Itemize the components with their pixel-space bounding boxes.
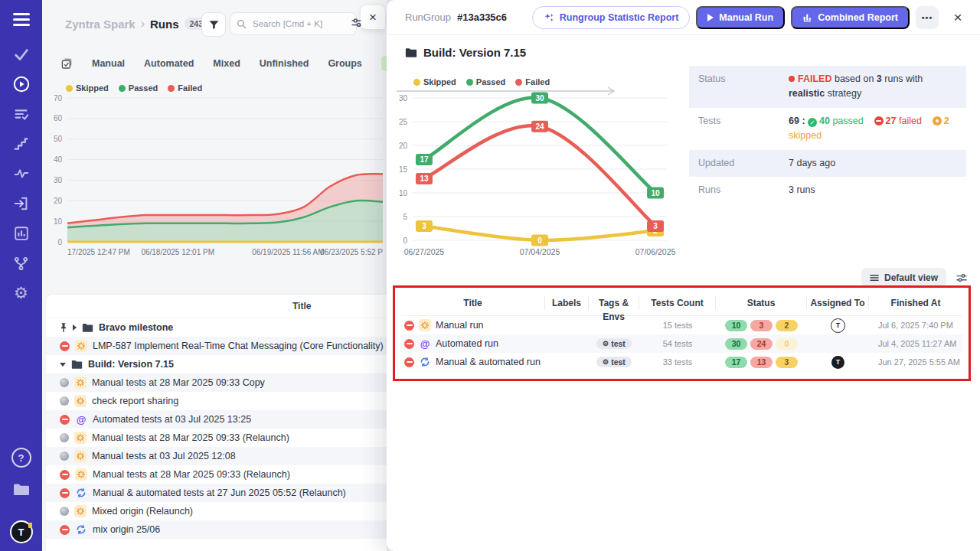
table-settings-sliders-icon[interactable] (956, 272, 968, 284)
rungroup-statistic-report-button[interactable]: Rungroup Statistic Report (532, 6, 691, 29)
milestones-stairs-icon[interactable] (11, 134, 31, 154)
default-view-button[interactable]: Default view (861, 268, 946, 287)
breadcrumb: Zyntra Spark › Runs 243 (65, 17, 208, 31)
runs-table-header: TitleLabelsTags & EnvsTests CountStatusA… (401, 291, 962, 316)
tab-mixed[interactable]: Mixed (213, 58, 240, 69)
table-row[interactable]: Manual & automated run⚙test33 tests17133… (401, 353, 962, 371)
rungroup-panel: RunGroup #13a335c6 Rungroup Statistic Re… (387, 0, 980, 551)
tab-manual[interactable]: Manual (92, 58, 125, 69)
failed-badge: 13 (750, 357, 773, 368)
run-type-manual-icon (74, 395, 87, 407)
run-list-item[interactable]: Manual & automated tests at 27 Jun 2025 … (46, 484, 387, 502)
column-header-status[interactable]: Status (716, 296, 807, 310)
analytics-bar-chart-icon[interactable] (11, 223, 31, 243)
run-title: LMP-587 Implement Real-Time Chat Messagi… (93, 341, 384, 351)
more-actions-button[interactable]: ••• (916, 6, 939, 29)
run-list-item[interactable]: Manual tests at 28 Mar 2025 09:33 (Relau… (46, 465, 387, 484)
search-input[interactable] (251, 18, 338, 29)
run-list-item[interactable]: Manual tests at 28 Mar 2025 09:33 (Relau… (46, 429, 387, 447)
rungroup-title: Build: Version 7.15 (405, 46, 526, 59)
svg-text:07/04/2025: 07/04/2025 (520, 247, 560, 256)
run-title: Bravo milestone (99, 322, 173, 333)
settings-gear-icon[interactable]: ⚙ (11, 283, 31, 303)
folder-list-item[interactable]: Build: Version 7.15 (46, 355, 387, 373)
hamburger-menu-icon[interactable] (13, 13, 30, 26)
run-list-item[interactable]: Manual tests at 03 Jul 2025 12:08 (46, 447, 387, 465)
manual-run-button[interactable]: Manual Run (696, 6, 785, 29)
run-pending-icon (60, 378, 69, 387)
column-header-title[interactable]: Title (401, 296, 545, 310)
column-header-assigned-to[interactable]: Assigned To (807, 296, 869, 310)
panel-close-button[interactable]: × (361, 5, 385, 29)
breadcrumb-project[interactable]: Zyntra Spark (65, 18, 136, 31)
assignee-avatar[interactable]: T (831, 318, 845, 333)
user-avatar[interactable]: T (10, 520, 33, 543)
tab-groups[interactable]: Groups (328, 58, 361, 69)
run-pending-icon (60, 507, 69, 516)
cell-assigned: T (807, 318, 869, 333)
cell-title: Manual & automated run (401, 356, 545, 368)
runs-table: TitleLabelsTags & EnvsTests CountStatusA… (401, 291, 962, 371)
rungroup-trend-line-chart: 0510152025303021324317301006/27/202507/0… (393, 89, 678, 260)
info-row-updated: Updated 7 days ago (689, 150, 966, 177)
combined-report-button[interactable]: Combined Report (791, 6, 910, 29)
table-row[interactable]: Manual run15 tests1032TJul 6, 2025 7:40 … (401, 316, 962, 334)
runs-panel: Zyntra Spark › Runs 243 × ManualAutomate… (42, 0, 387, 551)
column-header-finished-at[interactable]: Finished At (869, 296, 962, 310)
filter-button[interactable] (201, 12, 226, 37)
table-row[interactable]: @Automated run⚙test54 tests30240Jul 4, 2… (401, 334, 962, 353)
run-list-item[interactable]: mix origin 25/06 (46, 520, 387, 539)
folder-icon (71, 360, 83, 369)
gear-icon: ⚙ (603, 358, 609, 366)
cell-tags: ⚙test (589, 338, 639, 349)
import-icon[interactable] (11, 194, 31, 214)
pulse-activity-icon[interactable] (11, 164, 31, 184)
projects-folder-icon[interactable] (11, 480, 31, 500)
help-icon[interactable]: ? (11, 448, 31, 468)
breadcrumb-current[interactable]: Runs (150, 18, 179, 31)
test-plans-list-check-icon[interactable] (11, 104, 31, 124)
app-root: ⚙ ? T Zyntra Spark › Runs 243 × (0, 0, 980, 551)
column-header-labels[interactable]: Labels (545, 296, 589, 310)
tag-chip[interactable]: ⚙test (596, 338, 632, 349)
run-list-item[interactable]: Mixed origin (Relaunch) (46, 502, 387, 520)
svg-text:0: 0 (403, 236, 407, 245)
tab-automated[interactable]: Automated (144, 58, 194, 69)
check-icon[interactable] (11, 44, 31, 64)
branches-icon[interactable] (11, 253, 31, 273)
run-list-item[interactable]: @Automated tests at 03 Jul 2025 13:25 (46, 410, 387, 429)
svg-text:3: 3 (422, 222, 426, 230)
svg-text:15: 15 (399, 165, 408, 174)
run-list-item[interactable]: Manual tests at 28 Mar 2025 09:33 Copy (46, 373, 387, 392)
skipped-circle-icon (933, 116, 942, 126)
tag-chip[interactable]: ⚙test (596, 357, 632, 367)
tag-chip-test-work[interactable]: test work (381, 56, 387, 71)
assignee-avatar[interactable]: T (831, 356, 844, 369)
legend-label: Failed (178, 83, 202, 93)
svg-text:25: 25 (399, 118, 408, 126)
legend-dot (168, 85, 175, 92)
run-type-manual-icon (419, 319, 431, 331)
legend-dot (66, 85, 73, 92)
chevron-down-icon[interactable] (60, 363, 66, 367)
run-title: Build: Version 7.15 (88, 359, 174, 370)
column-header-tags-envs[interactable]: Tags & Envs (589, 296, 639, 310)
legend-label: Passed (129, 83, 158, 93)
table-toolbar: Default view (387, 268, 968, 287)
tab-unfinished[interactable]: Unfinished (260, 58, 309, 69)
run-list-item[interactable]: check report sharing (46, 392, 387, 410)
select-all-icon[interactable] (60, 57, 73, 70)
svg-text:0: 0 (57, 238, 62, 246)
svg-text:60: 60 (54, 114, 63, 122)
rungroup-label: RunGroup (405, 11, 451, 23)
legend-item-skipped: Skipped (66, 83, 109, 93)
close-panel-button[interactable]: × (948, 8, 968, 28)
runs-play-circle-icon[interactable] (11, 74, 31, 94)
status-value: FAILED (798, 73, 831, 84)
svg-text:5: 5 (403, 213, 407, 221)
column-header-tests-count[interactable]: Tests Count (639, 296, 716, 310)
runs-table-body: Manual run15 tests1032TJul 6, 2025 7:40 … (401, 316, 962, 371)
milestone-list-item[interactable]: Bravo milestone (46, 318, 387, 337)
run-list-item[interactable]: LMP-587 Implement Real-Time Chat Messagi… (46, 337, 387, 355)
chevron-right-icon[interactable] (73, 324, 77, 331)
